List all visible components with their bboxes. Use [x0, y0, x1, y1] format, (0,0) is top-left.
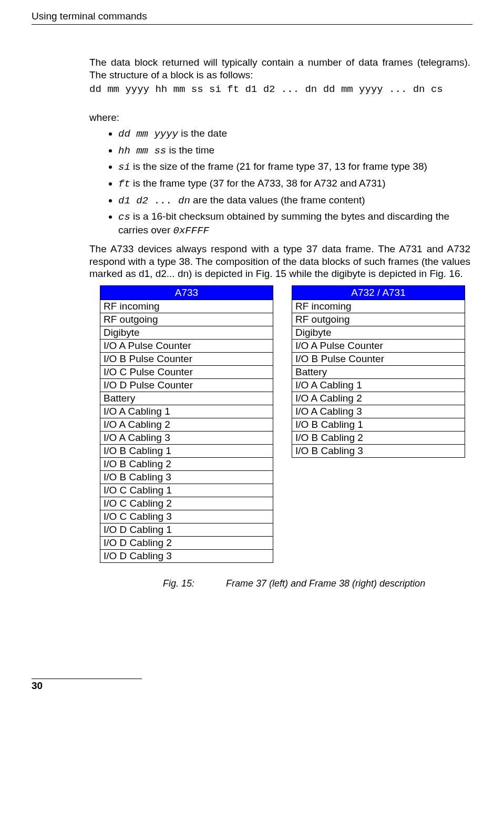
- table-row: I/O A Pulse Counter: [292, 339, 465, 352]
- table-row: I/O B Cabling 2: [100, 457, 273, 470]
- code-span: d1 d2 ... dn: [118, 195, 190, 207]
- table-row: I/O A Cabling 1: [292, 378, 465, 392]
- table-row: Battery: [292, 365, 465, 378]
- text-span: is the time: [166, 145, 214, 156]
- table-row: I/O D Cabling 1: [100, 523, 273, 536]
- caption-label: Fig. 15:: [163, 578, 226, 590]
- table-row: Battery: [100, 392, 273, 405]
- page-number: 30: [32, 680, 472, 692]
- table-header-cell: A733: [100, 286, 273, 300]
- code-span: ft: [118, 178, 130, 190]
- list-item: d1 d2 ... dn are the data values (the fr…: [118, 194, 470, 208]
- table-row: Digibyte: [100, 326, 273, 339]
- table-header-cell: A732 / A731: [292, 286, 465, 300]
- list-item: cs is a 16-bit checksum obtained by summ…: [118, 210, 470, 237]
- table-a732-a731: A732 / A731 RF incomingRF outgoingDigiby…: [292, 285, 465, 458]
- table-row: I/O D Pulse Counter: [100, 378, 273, 392]
- table-row: RF outgoing: [292, 313, 465, 326]
- table-row: I/O C Pulse Counter: [100, 365, 273, 378]
- list-item: hh mm ss is the time: [118, 144, 470, 158]
- table-row: I/O A Pulse Counter: [100, 339, 273, 352]
- code-span: cs: [118, 211, 130, 223]
- table-row: I/O C Cabling 2: [100, 497, 273, 510]
- intro-paragraph: The data block returned will typically c…: [89, 56, 470, 81]
- code-span-trail: 0xFFFF: [173, 225, 209, 237]
- text-span: is the size of the frame (21 for frame t…: [130, 161, 427, 172]
- table-row: I/O B Cabling 1: [292, 418, 465, 431]
- header-rule: [32, 24, 472, 25]
- footer-rule: [32, 679, 142, 679]
- table-row: I/O A Cabling 1: [100, 405, 273, 418]
- table-row: I/O D Cabling 2: [100, 536, 273, 549]
- table-row: RF outgoing: [100, 313, 273, 326]
- list-item: dd mm yyyy is the date: [118, 127, 470, 141]
- table-row: I/O C Cabling 1: [100, 484, 273, 497]
- code-span: si: [118, 161, 130, 173]
- table-row: RF incoming: [100, 300, 273, 313]
- table-a733: A733 RF incomingRF outgoingDigibyteI/O A…: [100, 285, 273, 563]
- table-row: RF incoming: [292, 300, 465, 313]
- text-span: is the frame type (37 for the A733, 38 f…: [130, 178, 386, 189]
- table-row: I/O B Cabling 2: [292, 431, 465, 444]
- table-row: I/O D Cabling 3: [100, 549, 273, 562]
- list-item: ft is the frame type (37 for the A733, 3…: [118, 177, 470, 191]
- text-span: is a 16-bit checksum obtained by summing…: [118, 211, 449, 235]
- table-row: I/O B Cabling 1: [100, 444, 273, 457]
- table-row: I/O A Cabling 2: [100, 418, 273, 431]
- table-row: I/O B Cabling 3: [292, 444, 465, 457]
- header-title: Using terminal commands: [32, 11, 472, 22]
- caption-text: Frame 37 (left) and Frame 38 (right) des…: [226, 578, 425, 589]
- table-row: I/O C Cabling 3: [100, 510, 273, 523]
- table-row: I/O A Cabling 3: [292, 405, 465, 418]
- page-footer: 30: [32, 679, 472, 692]
- list-item: si is the size of the frame (21 for fram…: [118, 160, 470, 174]
- code-span: dd mm yyyy: [118, 128, 178, 140]
- code-block-structure: dd mm yyyy hh mm ss si ft d1 d2 ... dn d…: [89, 84, 470, 96]
- where-label: where:: [89, 111, 470, 124]
- table-row: Digibyte: [292, 326, 465, 339]
- table-row: I/O B Pulse Counter: [292, 352, 465, 365]
- figure-caption: Fig. 15:Frame 37 (left) and Frame 38 (ri…: [89, 578, 470, 590]
- after-paragraph: The A733 devices always respond with a t…: [89, 243, 470, 280]
- text-span: is the date: [178, 128, 227, 139]
- code-span: hh mm ss: [118, 145, 166, 157]
- table-row: I/O A Cabling 3: [100, 431, 273, 444]
- table-row: I/O A Cabling 2: [292, 392, 465, 405]
- table-row: I/O B Cabling 3: [100, 470, 273, 484]
- table-row: I/O B Pulse Counter: [100, 352, 273, 365]
- text-span: are the data values (the frame content): [190, 194, 365, 206]
- definitions-list: dd mm yyyy is the date hh mm ss is the t…: [89, 127, 470, 238]
